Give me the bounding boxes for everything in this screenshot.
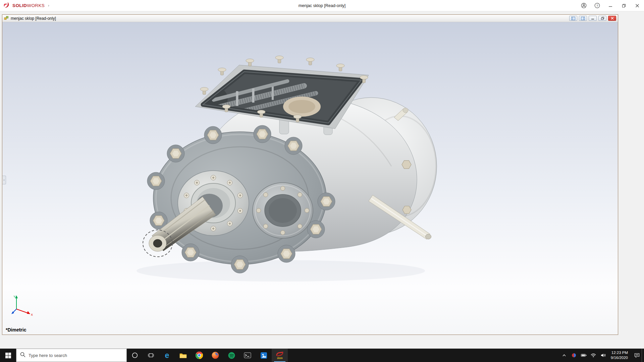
volume-icon [601,353,606,357]
action-center-icon [634,353,640,358]
taskbar-app-solidworks[interactable]: 2020 [272,349,288,362]
tray-chevron-button[interactable] [559,349,569,362]
solidworks-icon [276,351,284,357]
minimize-icon [591,17,594,20]
account-button[interactable] [577,0,590,11]
tray-app-button[interactable] [569,349,579,362]
mdi-workspace: menjac sklop [Read-only] [0,11,644,349]
svg-text:?: ? [596,4,598,7]
app-minimize-button[interactable] [604,0,617,11]
document-window-controls [569,16,616,21]
x-axis-label: X [31,313,33,316]
document-titlebar[interactable]: menjac sklop [Read-only] [2,15,618,22]
doc-close-button[interactable] [608,16,616,21]
search-input[interactable] [29,353,123,358]
app-window-controls: ? [577,0,644,11]
app-icon-5 [228,352,235,359]
file-explorer-icon [179,353,187,358]
graphics-viewport[interactable]: Y X *Dimetric ‹ [2,22,618,335]
restore-icon [622,4,626,8]
volume-button[interactable] [598,349,608,362]
taskbar-search[interactable] [16,349,127,362]
task-view-icon [148,353,154,358]
app-titlebar: SOLIDWORKS › menjac sklop [Read-only] ? [0,0,644,11]
app-close-button[interactable] [631,0,644,11]
show-desktop-button[interactable] [642,349,644,362]
document-title: menjac sklop [Read-only] [11,16,56,21]
start-button[interactable] [0,349,16,362]
taskbar: e [0,349,644,362]
close-icon [611,17,614,20]
doc-restore-button[interactable] [598,16,606,21]
tray-app-icon [572,353,576,358]
network-button[interactable] [589,349,598,362]
app-icon-4 [212,352,219,359]
edge-icon: e [165,352,169,359]
taskbar-app-chrome[interactable] [191,349,207,362]
solidworks-wordmark: SOLIDWORKS [12,3,45,8]
close-icon [635,4,639,8]
help-button[interactable]: ? [590,0,604,11]
taskbar-app-icon-7[interactable] [256,349,272,362]
system-tray: 12:23 PM 9/16/2020 [559,349,644,362]
ground-shadow [137,260,425,282]
clock-time: 12:23 PM [611,350,628,355]
account-icon [581,3,587,8]
taskbar-clock[interactable]: 12:23 PM 9/16/2020 [608,350,632,360]
document-window: menjac sklop [Read-only] [2,14,618,335]
action-center-button[interactable] [632,349,642,362]
panel-icon-1 [571,17,575,20]
app-restore-button[interactable] [617,0,631,11]
x-axis-arrow-icon [27,311,30,314]
taskbar-app-file-explorer[interactable] [175,349,191,362]
gearbox-assembly-model[interactable] [2,22,618,335]
chrome-icon [196,352,203,359]
windows-start-icon [5,353,11,358]
orientation-triad: Y X [10,294,35,318]
battery-button[interactable] [579,349,589,362]
cortana-button[interactable] [127,349,143,362]
taskbar-app-icon-4[interactable] [207,349,223,362]
app-icon-7 [260,352,267,359]
network-icon [591,353,596,357]
taskbar-app-icon-5[interactable] [223,349,239,362]
chevron-up-icon [562,354,566,357]
dassault-logo-icon [3,2,11,10]
clock-date: 9/16/2020 [611,355,628,360]
help-icon: ? [594,3,600,8]
task-view-button[interactable] [143,349,159,362]
panel-icon-2 [581,17,585,20]
doc-minimize-button[interactable] [589,16,597,21]
solidworks-year-badge: 2020 [277,357,283,360]
brand-expand-arrow-icon[interactable]: › [48,4,49,7]
y-axis-label: Y [13,295,15,298]
side-cover[interactable] [253,183,313,238]
assembly-doc-icon [4,16,9,21]
cortana-icon [132,352,138,358]
battery-icon [581,354,587,357]
taskbar-app-edge[interactable]: e [159,349,175,362]
app-window-title: menjac sklop [Read-only] [299,3,345,8]
doc-panel-button-1[interactable] [569,16,577,21]
terminal-icon [244,352,251,358]
minimize-icon [608,4,612,8]
y-axis-arrow-icon [15,295,18,298]
search-icon [20,352,25,359]
restore-icon [601,17,604,20]
doc-panel-button-2[interactable] [579,16,587,21]
solidworks-brand: SOLIDWORKS [0,2,45,10]
featuremanager-collapse-arrow[interactable]: ‹ [2,176,6,184]
taskbar-app-terminal[interactable] [239,349,256,362]
view-orientation-label: *Dimetric [6,327,26,333]
